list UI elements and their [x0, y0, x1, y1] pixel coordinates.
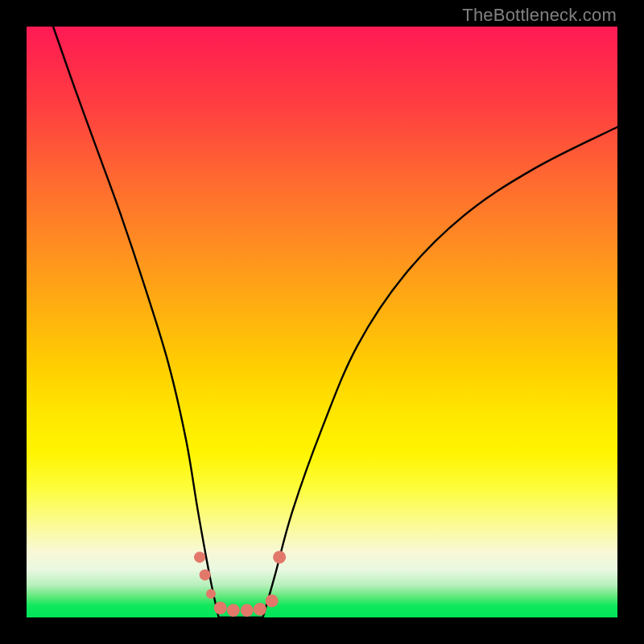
watermark-text: TheBottleneck.com [462, 5, 617, 26]
data-dot [266, 594, 279, 607]
chart-svg [27, 27, 617, 617]
data-dot [254, 603, 266, 616]
data-dot [214, 601, 227, 614]
curve-right-branch [263, 127, 617, 617]
data-dot [194, 551, 205, 563]
data-dot [206, 589, 216, 599]
data-dot [241, 604, 254, 617]
data-dot [227, 604, 240, 617]
curve-left-branch [53, 27, 219, 617]
data-dot [273, 551, 286, 564]
chart-frame: TheBottleneck.com [0, 0, 644, 644]
plot-area [27, 27, 617, 617]
data-dot [200, 569, 211, 580]
